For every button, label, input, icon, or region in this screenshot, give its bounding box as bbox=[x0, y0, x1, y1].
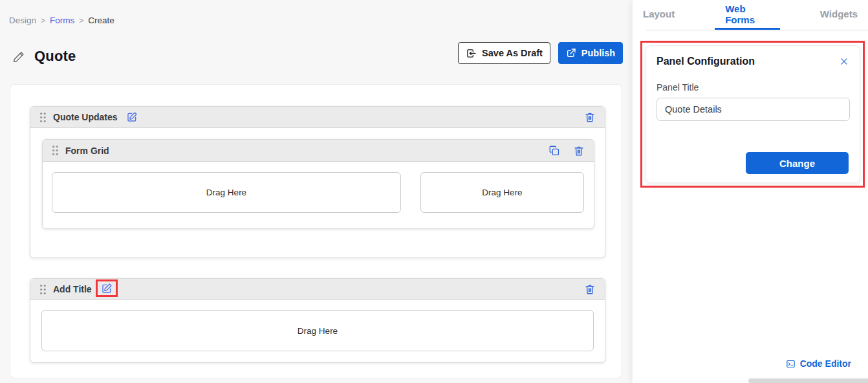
breadcrumb-separator: > bbox=[79, 16, 83, 25]
panel-title-label: Quote Updates bbox=[53, 112, 118, 122]
delete-panel-icon[interactable] bbox=[584, 111, 596, 123]
publish-button[interactable]: Publish bbox=[558, 42, 623, 64]
page-title-row: Quote bbox=[13, 48, 76, 65]
form-grid-body: Drag Here Drag Here bbox=[43, 162, 594, 213]
panel-form-grid: Form Grid Drag Here Drag Here bbox=[42, 139, 594, 229]
edit-panel-icon[interactable] bbox=[101, 283, 113, 294]
pencil-icon[interactable] bbox=[13, 50, 25, 63]
panel-form-grid-header[interactable]: Form Grid bbox=[43, 140, 594, 162]
publish-label: Publish bbox=[581, 48, 615, 58]
save-as-draft-button[interactable]: Save As Draft bbox=[458, 42, 550, 64]
breadcrumb-separator: > bbox=[41, 16, 45, 25]
panel-configuration-title: Panel Configuration bbox=[656, 56, 755, 67]
panel-configuration-card: Panel Configuration Panel Title Change bbox=[646, 45, 860, 183]
drag-handle-icon[interactable] bbox=[39, 284, 47, 295]
panel-quote-updates: Quote Updates Form Grid bbox=[30, 106, 605, 258]
drop-zone[interactable]: Drag Here bbox=[420, 172, 584, 213]
panel-quote-updates-header[interactable]: Quote Updates bbox=[30, 107, 605, 128]
delete-panel-icon[interactable] bbox=[584, 283, 596, 295]
tabs-divider bbox=[646, 30, 868, 30]
highlight-box-panel-configuration: Panel Configuration Panel Title Change bbox=[640, 41, 865, 188]
close-icon[interactable] bbox=[840, 57, 849, 66]
breadcrumb-create: Create bbox=[88, 16, 114, 25]
drag-handle-icon[interactable] bbox=[39, 112, 47, 123]
breadcrumb: Design > Forms > Create bbox=[9, 16, 114, 25]
drop-zone[interactable]: Drag Here bbox=[41, 310, 594, 351]
horizontal-scrollbar[interactable] bbox=[748, 378, 868, 383]
form-designer-app: Design > Forms > Create Quote Save As Dr… bbox=[0, 0, 868, 383]
copy-icon[interactable] bbox=[548, 145, 560, 157]
page-title: Quote bbox=[34, 48, 76, 65]
save-as-draft-label: Save As Draft bbox=[482, 48, 543, 58]
terminal-window-icon bbox=[786, 359, 796, 369]
drop-zone[interactable]: Drag Here bbox=[52, 172, 401, 213]
drag-handle-icon[interactable] bbox=[52, 145, 59, 156]
breadcrumb-design[interactable]: Design bbox=[9, 16, 36, 25]
tab-layout[interactable]: Layout bbox=[633, 1, 685, 30]
panel-add-title-header[interactable]: Add Title bbox=[30, 279, 605, 300]
tab-web-forms[interactable]: Web Forms bbox=[715, 1, 780, 30]
tab-widgets[interactable]: Widgets bbox=[810, 1, 868, 30]
right-sidebar: Layout Web Forms Widgets Panel Configura… bbox=[633, 0, 868, 383]
sidebar-tabs: Layout Web Forms Widgets bbox=[633, 0, 868, 30]
panel-title-label: Form Grid bbox=[65, 146, 109, 156]
import-arrow-icon bbox=[466, 48, 477, 59]
panel-add-title: Add Title Drag Here bbox=[30, 278, 605, 363]
code-editor-label: Code Editor bbox=[800, 358, 851, 369]
external-link-icon bbox=[566, 48, 576, 58]
change-button[interactable]: Change bbox=[746, 152, 849, 174]
panel-title-field-label: Panel Title bbox=[656, 82, 849, 93]
delete-panel-icon[interactable] bbox=[573, 145, 585, 157]
breadcrumb-forms[interactable]: Forms bbox=[50, 16, 74, 25]
panel-configuration-header: Panel Configuration bbox=[656, 56, 849, 67]
edit-panel-icon[interactable] bbox=[126, 111, 138, 123]
highlight-box-edit-icon bbox=[96, 279, 118, 297]
code-editor-link[interactable]: Code Editor bbox=[786, 358, 851, 369]
panel-title-input[interactable] bbox=[656, 98, 850, 121]
panel-title-label: Add Title bbox=[53, 284, 92, 294]
main-area: Design > Forms > Create Quote Save As Dr… bbox=[0, 0, 633, 383]
form-canvas: Quote Updates Form Grid bbox=[10, 84, 622, 378]
